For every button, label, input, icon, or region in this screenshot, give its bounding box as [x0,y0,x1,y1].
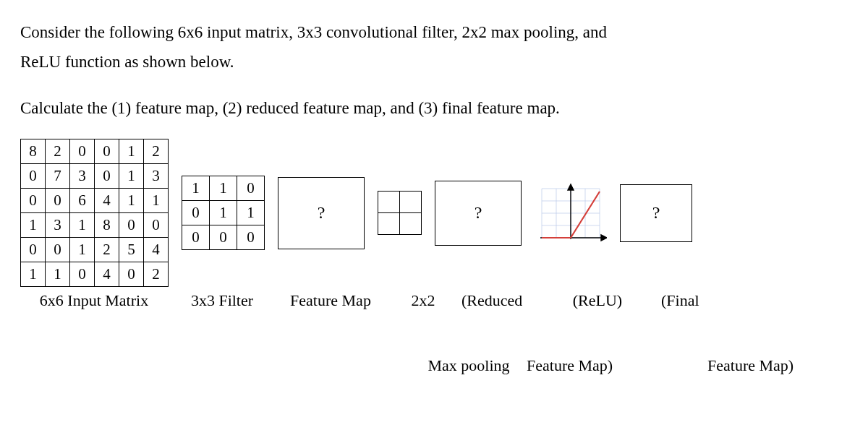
reduced-map-block: ? [435,181,522,246]
matrix-cell: 3 [46,213,70,238]
question-mark: ? [475,203,482,223]
prompt-task: Calculate the (1) feature map, (2) reduc… [20,96,848,120]
final-map-block: ? [620,184,692,242]
matrix-cell: 1 [21,262,46,287]
matrix-cell: 0 [182,225,210,250]
matrix-cell: 4 [95,189,119,213]
label-reduced-a: (Reduced [461,291,548,310]
matrix-cell: 0 [46,189,70,213]
matrix-cell: 2 [144,139,169,164]
labels: 6x6 Input Matrix 3x3 Filter Feature Map … [20,287,848,375]
filter-block: 110011000 [182,176,265,250]
matrix-cell: 4 [95,262,119,287]
matrix-cell: 2 [46,139,70,164]
matrix-cell: 1 [70,238,95,262]
matrix-cell: 0 [119,262,144,287]
matrix-cell: 1 [237,201,265,225]
matrix-cell: 0 [237,225,265,250]
filter-matrix: 110011000 [182,176,265,250]
maxpool-block [378,191,422,235]
question-prompt: Consider the following 6x6 input matrix,… [20,20,848,74]
label-feature-map: Feature Map [276,291,385,310]
label-pool-b: Max pooling [411,356,527,375]
matrix-cell: 1 [119,139,144,164]
matrix-cell: 0 [182,201,210,225]
matrix-cell: 1 [144,189,169,213]
matrix-cell: 0 [70,139,95,164]
matrix-cell: 1 [119,164,144,189]
matrix-cell: 2 [95,238,119,262]
label-input: 6x6 Input Matrix [20,291,168,310]
svg-marker-13 [601,235,607,241]
matrix-cell: 1 [21,213,46,238]
matrix-cell: 0 [21,189,46,213]
label-relu: (ReLU) [561,291,634,355]
label-pool-a: 2x2 [398,291,448,310]
input-matrix-block: 820012073013006411131800001254110402 [20,139,169,287]
matrix-cell: 0 [95,164,119,189]
relu-block [535,181,607,245]
matrix-cell: 0 [237,176,265,201]
matrix-cell: 1 [210,176,237,201]
reduced-map-unknown: ? [435,181,522,246]
matrix-cell: 1 [182,176,210,201]
diagram-row: 820012073013006411131800001254110402 110… [20,139,848,287]
matrix-cell: 4 [144,238,169,262]
matrix-cell: 7 [46,164,70,189]
matrix-cell: 6 [70,189,95,213]
matrix-cell: 0 [21,238,46,262]
matrix-cell: 8 [95,213,119,238]
matrix-cell: 2 [144,262,169,287]
label-final-a: (Final [647,291,748,310]
matrix-cell: 3 [144,164,169,189]
matrix-cell: 0 [210,225,237,250]
maxpool-grid [378,191,422,235]
matrix-cell: 0 [144,213,169,238]
prompt-line-1: Consider the following 6x6 input matrix,… [20,20,848,44]
relu-plot [535,181,607,245]
feature-map-block: ? [278,177,365,249]
feature-map-unknown: ? [278,177,365,249]
matrix-cell: 0 [70,262,95,287]
question-mark: ? [652,203,660,223]
question-mark: ? [318,203,326,223]
matrix-cell: 1 [210,201,237,225]
final-map-unknown: ? [620,184,692,242]
label-filter: 3x3 Filter [181,291,263,310]
input-matrix: 820012073013006411131800001254110402 [20,139,169,287]
matrix-cell: 0 [46,238,70,262]
matrix-cell: 0 [95,139,119,164]
matrix-cell: 3 [70,164,95,189]
svg-marker-12 [568,184,574,190]
matrix-cell: 0 [21,164,46,189]
matrix-cell: 1 [46,262,70,287]
matrix-cell: 1 [119,189,144,213]
matrix-cell: 0 [119,213,144,238]
matrix-cell: 8 [21,139,46,164]
prompt-line-2: ReLU function as shown below. [20,50,848,74]
label-final-b: Feature Map) [707,356,838,375]
matrix-cell: 1 [70,213,95,238]
matrix-cell: 5 [119,238,144,262]
label-reduced-b: Feature Map) [527,356,642,375]
